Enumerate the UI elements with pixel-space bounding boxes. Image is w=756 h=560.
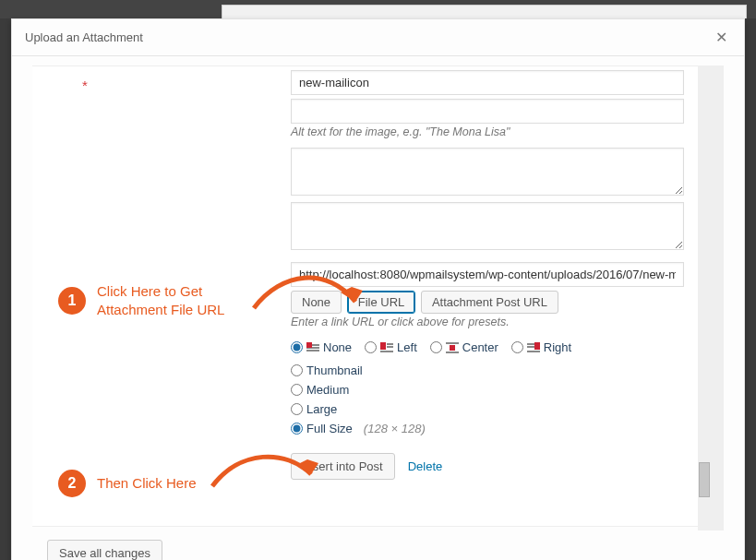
align-left-label: Left — [397, 340, 417, 354]
align-center-label: Center — [462, 340, 498, 354]
insert-into-post-button[interactable]: Insert into Post — [291, 453, 395, 480]
upload-attachment-dialog: Upload an Attachment ✕ * — [11, 18, 745, 560]
delete-link[interactable]: Delete — [408, 459, 443, 473]
link-url-input[interactable] — [291, 262, 684, 287]
url-post-button[interactable]: Attachment Post URL — [421, 291, 558, 314]
size-large-label: Large — [306, 402, 337, 416]
align-none-label: None — [323, 340, 352, 354]
align-center-radio[interactable]: Center — [430, 340, 498, 354]
description-textarea[interactable] — [291, 202, 684, 250]
align-center-icon — [446, 342, 459, 353]
align-right-label: Right — [544, 340, 571, 354]
size-medium-label: Medium — [306, 383, 349, 397]
required-asterisk: * — [82, 77, 88, 93]
align-right-radio[interactable]: Right — [511, 340, 571, 354]
alt-text-hint: Alt text for the image, e.g. "The Mona L… — [291, 124, 684, 144]
close-icon[interactable]: ✕ — [712, 27, 731, 48]
size-thumbnail-radio[interactable]: Thumbnail — [291, 363, 363, 377]
align-right-icon — [527, 342, 540, 353]
dialog-title: Upload an Attachment — [25, 30, 143, 44]
scrollbar-track[interactable] — [698, 66, 711, 530]
alt-text-input[interactable] — [291, 99, 684, 124]
scrollbar-thumb[interactable] — [699, 462, 710, 497]
alignment-group: None Left Center Right — [291, 338, 684, 357]
caption-textarea[interactable] — [291, 148, 684, 196]
save-all-changes-button[interactable]: Save all changes — [47, 540, 162, 560]
title-input[interactable] — [291, 70, 684, 95]
size-thumbnail-label: Thumbnail — [306, 363, 363, 377]
align-none-radio[interactable]: None — [291, 340, 352, 354]
size-medium-radio[interactable]: Medium — [291, 383, 349, 397]
url-file-button[interactable]: File URL — [347, 291, 416, 314]
link-url-hint: Enter a link URL or click above for pres… — [291, 314, 684, 334]
align-left-radio[interactable]: Left — [365, 340, 417, 354]
url-none-button[interactable]: None — [291, 291, 342, 314]
size-full-dimensions: (128 × 128) — [364, 422, 426, 435]
size-full-label: Full Size — [306, 422, 353, 435]
size-full-radio[interactable]: Full Size — [291, 422, 353, 435]
align-none-icon — [306, 342, 319, 353]
align-left-icon — [380, 342, 393, 353]
size-large-radio[interactable]: Large — [291, 402, 337, 416]
